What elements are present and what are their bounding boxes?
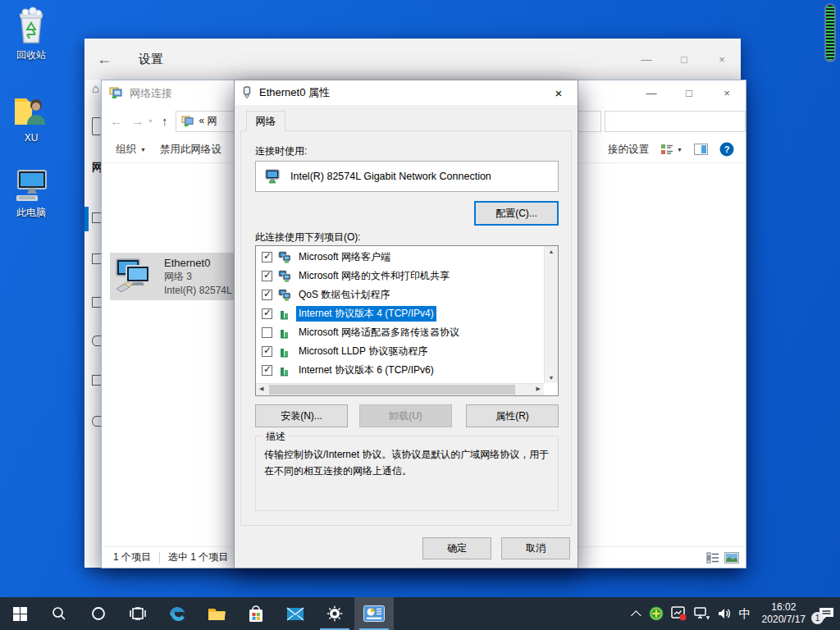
desktop-icon-recycle-bin[interactable]: 回收站 [0,7,62,62]
network-client-icon [278,270,291,282]
protocol-label: Internet 协议版本 4 (TCP/IPv4) [296,306,436,322]
hidden-icons-chevron[interactable] [634,610,641,618]
search-box-fragment [92,117,101,135]
checkbox[interactable] [262,327,272,338]
configure-button[interactable]: 配置(C)... [474,201,559,226]
selected-item-accent-bar [84,207,89,231]
item-properties-button[interactable]: 属性(R) [466,404,559,427]
uninstall-button: 卸载(U) [359,404,452,427]
description-legend: 描述 [262,430,289,444]
start-button[interactable] [0,597,39,630]
protocol-list-item[interactable]: Microsoft 网络适配器多路传送器协议 [257,323,543,342]
taskbar-clock[interactable]: 16:02 2020/7/17 [762,601,806,626]
close-button[interactable]: × [703,39,741,80]
checkbox[interactable] [262,252,272,262]
protocol-list-item[interactable]: QoS 数据包计划程序 [257,285,543,304]
checkbox[interactable] [262,346,272,357]
mail-button[interactable] [276,597,315,630]
scroll-down-icon[interactable]: ▼ [545,375,558,381]
protocol-list-item[interactable]: Microsoft 网络的文件和打印机共享 [257,267,543,285]
scrollbar-thumb[interactable] [269,385,515,395]
protocol-label: Microsoft 网络客户端 [296,249,393,265]
file-explorer-button[interactable] [197,597,236,630]
forward-arrow-icon[interactable]: → [131,114,144,129]
ethernet-icon [92,212,101,223]
control-panel-icon [363,605,385,622]
svg-text:?: ? [724,144,730,154]
caret-down-icon: ▼ [677,147,682,153]
protocol-listbox[interactable]: Microsoft 网络客户端 Microsoft 网络的文件和打印机共享 Qo… [255,245,559,396]
close-icon[interactable]: × [540,80,578,105]
protocol-list-item[interactable]: Internet 协议版本 4 (TCP/IPv4) [257,304,543,323]
search-button[interactable] [39,597,79,630]
task-view-button[interactable] [118,597,158,630]
change-settings-label[interactable]: 接的设置 [608,143,649,157]
antivirus-tray-icon[interactable] [649,606,664,621]
description-groupbox: 描述 传输控制协议/Internet 协议。该协议是默认的广域网络协议，用于在不… [255,436,559,511]
network-tray-icon[interactable] [694,607,710,620]
volume-tray-icon[interactable] [717,607,732,620]
protocol-list-item[interactable]: 链路层拓扑发现响应程序 [257,380,543,382]
back-arrow-icon[interactable]: ← [110,114,123,129]
thumbnail-view-toggle-icon[interactable] [724,552,739,564]
protocol-list-item[interactable]: Microsoft LLDP 协议驱动程序 [257,342,543,361]
status-divider [159,552,160,564]
minimize-button[interactable]: — [628,39,665,80]
protocol-label: Microsoft 网络的文件和打印机共享 [296,268,452,284]
settings-app-taskbar-button[interactable] [315,597,354,630]
store-button[interactable] [236,597,276,630]
recycle-bin-icon [11,7,51,46]
protocol-label: 链路层拓扑发现响应程序 [296,381,409,382]
desktop-icon-this-pc[interactable]: 此电脑 [0,164,62,220]
disable-device-button[interactable]: 禁用此网络设 [160,143,221,157]
protocol-list-item[interactable]: Internet 协议版本 6 (TCP/IPv6) [257,361,543,380]
protocol-list-item[interactable]: Microsoft 网络客户端 [257,248,543,267]
checkbox[interactable] [262,308,272,319]
scroll-left-icon[interactable]: ◀ [259,386,263,392]
history-caret-icon[interactable]: ▼ [148,118,153,124]
protocol-icon [278,364,291,377]
notification-badge: 1 [811,612,824,624]
selected-count: 选中 1 个项目 [168,550,228,564]
install-button[interactable]: 安装(N)... [255,404,348,427]
protocol-icon [278,345,291,358]
minimize-button[interactable]: — [632,80,670,106]
disable-device-label: 禁用此网络设 [160,143,221,157]
view-options-button[interactable]: ▼ [660,144,682,155]
scroll-up-icon[interactable]: ▲ [545,249,558,254]
checkbox[interactable] [262,271,272,281]
mail-icon [286,607,304,621]
edge-button[interactable] [158,597,197,630]
desktop-icon-xu-folder[interactable]: XU [0,90,62,144]
maximize-button[interactable]: □ [670,80,708,106]
cancel-button[interactable]: 取消 [501,537,570,559]
help-icon[interactable]: ? [719,142,734,157]
scroll-right-icon[interactable]: ▶ [536,386,541,392]
list-view-toggle-icon[interactable] [706,552,719,564]
close-button[interactable]: × [708,80,746,106]
maximize-button[interactable]: □ [665,39,703,80]
organize-menu-button[interactable]: 组织 ▼ [116,143,146,157]
app-notification-tray-icon[interactable] [671,606,687,621]
gear-icon [326,605,343,622]
action-center-button[interactable]: 1 [818,607,835,621]
network-connections-taskbar-button[interactable] [354,597,394,630]
organize-label: 组织 [116,143,136,157]
protocol-label: Microsoft LLDP 协议驱动程序 [296,344,430,359]
tab-network[interactable]: 网络 [246,111,285,131]
windows-logo-icon [13,607,27,621]
cortana-button[interactable] [79,597,118,630]
preview-pane-icon[interactable] [694,144,708,155]
protocol-icon [278,326,291,339]
description-text: 传输控制协议/Internet 协议。该协议是默认的广域网络协议，用于在不同的相… [256,436,558,479]
back-arrow-icon[interactable]: ← [84,51,124,68]
desktop: 回收站 XU 此电脑 ← 设置 — □ × [0,0,840,630]
checkbox[interactable] [262,365,272,376]
ime-indicator[interactable]: 中 [739,606,751,622]
vertical-scrollbar[interactable]: ▲ ▼ [544,246,558,383]
horizontal-scrollbar[interactable]: ◀ ▶ [256,383,544,395]
up-arrow-icon[interactable]: ↑ [162,114,168,128]
ok-button[interactable]: 确定 [422,537,491,559]
checkbox[interactable] [262,290,272,300]
explorer-search-input[interactable] [605,111,746,132]
